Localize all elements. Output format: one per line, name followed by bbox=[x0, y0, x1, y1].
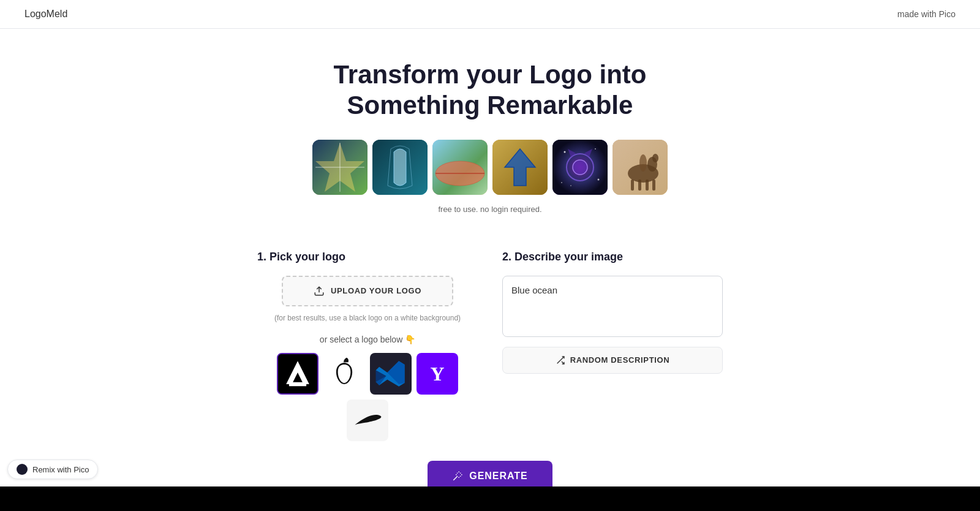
main-content: 1. Pick your logo UPLOAD YOUR LOGO (for … bbox=[245, 251, 735, 511]
logo-option-adidas[interactable] bbox=[277, 353, 318, 395]
two-column-layout: 1. Pick your logo UPLOAD YOUR LOGO (for … bbox=[257, 251, 723, 441]
logo-option-nike[interactable] bbox=[347, 399, 388, 441]
section2-title: 2. Describe your image bbox=[502, 251, 723, 263]
svg-point-28 bbox=[652, 154, 658, 162]
app-logo: LogoMeld bbox=[24, 9, 67, 20]
section1-title: 1. Pick your logo bbox=[257, 251, 478, 263]
svg-point-12 bbox=[573, 160, 587, 175]
hero-title: Transform your Logo into Something Remar… bbox=[276, 59, 704, 121]
svg-point-14 bbox=[595, 148, 596, 150]
preview-image-1[interactable] bbox=[312, 140, 368, 195]
left-column: 1. Pick your logo UPLOAD YOUR LOGO (for … bbox=[257, 251, 478, 441]
svg-point-13 bbox=[564, 151, 566, 153]
svg-point-23 bbox=[639, 154, 647, 172]
svg-text:Y: Y bbox=[430, 363, 444, 385]
svg-rect-30 bbox=[278, 354, 317, 393]
svg-point-17 bbox=[570, 185, 571, 186]
logo-option-apple[interactable] bbox=[323, 353, 365, 395]
shuffle-icon bbox=[556, 355, 565, 365]
bottom-bar bbox=[0, 486, 980, 511]
upload-hint: (for best results, use a black logo on a… bbox=[257, 314, 478, 322]
logo-options-row: Y bbox=[257, 353, 478, 441]
or-select-label: or select a logo below 👇 bbox=[257, 335, 478, 344]
svg-rect-25 bbox=[638, 180, 641, 191]
app-header: LogoMeld made with Pico bbox=[0, 0, 980, 29]
preview-image-2[interactable] bbox=[372, 140, 428, 195]
free-text: free to use. no login required. bbox=[12, 205, 968, 214]
remix-dot bbox=[17, 464, 28, 475]
preview-image-4[interactable] bbox=[492, 140, 548, 195]
right-column: 2. Describe your image Blue ocean RANDOM… bbox=[502, 251, 723, 374]
wand-icon bbox=[452, 471, 463, 482]
description-textarea[interactable]: Blue ocean bbox=[502, 276, 723, 337]
random-description-button[interactable]: RANDOM DESCRIPTION bbox=[502, 347, 723, 374]
remix-badge[interactable]: Remix with Pico bbox=[7, 460, 98, 479]
preview-image-3[interactable] bbox=[432, 140, 488, 195]
hero-section: Transform your Logo into Something Remar… bbox=[0, 29, 980, 251]
logo-option-yc[interactable]: Y bbox=[417, 353, 458, 395]
svg-rect-27 bbox=[652, 180, 655, 191]
remix-label: Remix with Pico bbox=[32, 465, 89, 474]
upload-icon bbox=[314, 286, 325, 297]
logo-option-vscode[interactable] bbox=[370, 353, 412, 395]
preview-image-5[interactable] bbox=[552, 140, 608, 195]
svg-rect-24 bbox=[631, 180, 634, 191]
preview-image-6[interactable] bbox=[612, 140, 668, 195]
svg-point-15 bbox=[598, 178, 600, 180]
svg-rect-26 bbox=[646, 180, 649, 191]
made-with-label: made with Pico bbox=[897, 9, 956, 19]
upload-logo-button[interactable]: UPLOAD YOUR LOGO bbox=[282, 276, 453, 306]
svg-point-16 bbox=[561, 182, 562, 183]
preview-images-row bbox=[12, 140, 968, 195]
